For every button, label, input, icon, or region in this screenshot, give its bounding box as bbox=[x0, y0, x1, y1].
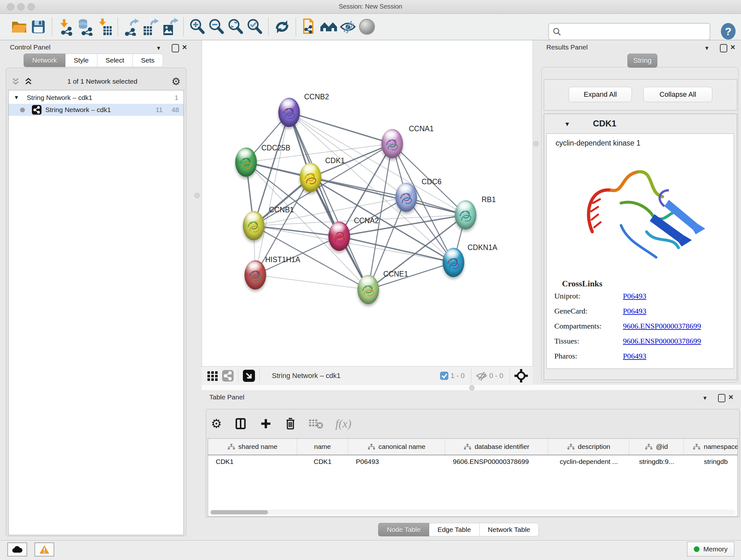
import-network-database-button[interactable] bbox=[75, 17, 94, 37]
node-CCNE1[interactable] bbox=[357, 275, 379, 304]
zoom-fit-button[interactable] bbox=[226, 17, 245, 37]
save-session-button[interactable] bbox=[29, 17, 48, 37]
zoom-out-button[interactable] bbox=[207, 17, 226, 37]
selected-checkbox-icon[interactable] bbox=[440, 371, 449, 380]
collapse-all-icon[interactable] bbox=[11, 77, 20, 86]
hide-panel-button[interactable] bbox=[338, 17, 357, 37]
right-splitter-handle[interactable] bbox=[533, 141, 539, 146]
table-settings-gear-icon[interactable]: ⚙ bbox=[211, 417, 222, 431]
document-share-icon bbox=[300, 18, 319, 36]
column-header-namespace[interactable]: namespace bbox=[684, 439, 738, 455]
column-header-shared-name[interactable]: shared name bbox=[208, 439, 297, 455]
tab-select[interactable]: Select bbox=[97, 54, 133, 67]
gene-collapse-arrow-icon[interactable]: ▼ bbox=[564, 121, 570, 128]
export-image-button[interactable] bbox=[160, 17, 179, 37]
help-button[interactable]: ? bbox=[721, 23, 736, 40]
scrollbar-thumb[interactable] bbox=[211, 510, 268, 514]
hidden-eye-icon[interactable] bbox=[476, 371, 487, 381]
tab-style[interactable]: Style bbox=[65, 54, 97, 67]
node-gloss bbox=[304, 165, 318, 174]
import-table-button[interactable] bbox=[94, 17, 114, 37]
horizontal-splitter[interactable] bbox=[202, 385, 741, 390]
node-RB1[interactable] bbox=[455, 200, 476, 230]
share-view-icon[interactable] bbox=[222, 370, 233, 381]
memory-button[interactable]: Memory bbox=[687, 542, 734, 557]
table-panel-maximize-icon[interactable] bbox=[718, 394, 725, 402]
node-CDKN1A[interactable] bbox=[443, 248, 464, 277]
share-network-file-button[interactable] bbox=[300, 17, 319, 37]
gear-icon[interactable]: ⚙ bbox=[172, 75, 181, 87]
node-CCNA2[interactable] bbox=[328, 222, 350, 251]
crosslink-value-link[interactable]: P06493 bbox=[623, 307, 646, 315]
search-input[interactable] bbox=[563, 25, 708, 38]
results-panel-close-icon[interactable]: ✕ bbox=[730, 44, 736, 51]
export-network-button[interactable] bbox=[122, 17, 141, 37]
collapse-all-button[interactable]: Collapse All bbox=[643, 87, 712, 102]
column-header-database-identifier[interactable]: database identifier bbox=[445, 439, 548, 455]
warning-status-button[interactable] bbox=[35, 543, 54, 557]
zoom-selected-button[interactable] bbox=[245, 17, 264, 37]
column-header-description[interactable]: description bbox=[548, 439, 629, 455]
toolbar-separator bbox=[118, 17, 118, 36]
tab-node-table[interactable]: Node Table bbox=[378, 523, 429, 537]
tab-network[interactable]: Network bbox=[23, 54, 65, 67]
export-table-button[interactable] bbox=[141, 17, 160, 37]
control-panel-maximize-icon[interactable] bbox=[172, 44, 179, 52]
column-label: name bbox=[314, 443, 331, 450]
control-panel-close-icon[interactable]: ✕ bbox=[182, 44, 187, 51]
eye-button[interactable] bbox=[357, 17, 377, 37]
node-CCNB1[interactable] bbox=[243, 211, 265, 240]
expand-all-icon[interactable] bbox=[23, 77, 33, 86]
birdseye-view-icon[interactable] bbox=[243, 370, 255, 382]
left-splitter-handle[interactable] bbox=[194, 193, 200, 198]
open-session-button[interactable] bbox=[10, 17, 29, 37]
tab-network-table[interactable]: Network Table bbox=[480, 523, 539, 537]
delete-column-trash-icon[interactable] bbox=[284, 417, 296, 431]
node-HIST1H1A[interactable] bbox=[245, 260, 266, 290]
node-CCNB2[interactable] bbox=[278, 98, 300, 127]
zoom-in-button[interactable] bbox=[188, 17, 207, 37]
tab-string[interactable]: String bbox=[627, 54, 657, 68]
network-row-selected[interactable]: String Network – cdk1 11 48 bbox=[9, 104, 184, 116]
import-network-file-button[interactable] bbox=[56, 17, 75, 37]
create-column-plus-icon[interactable] bbox=[259, 417, 272, 430]
results-panel-maximize-icon[interactable] bbox=[720, 44, 727, 52]
fit-content-icon[interactable] bbox=[515, 369, 528, 382]
column-header-name[interactable]: name bbox=[297, 439, 348, 455]
crosslink-row-compartments-: Compartments:9606.ENSP00000378699 bbox=[547, 319, 734, 334]
tab-sets[interactable]: Sets bbox=[133, 54, 163, 67]
node-CDC25B[interactable] bbox=[235, 147, 257, 177]
delete-table-icon[interactable] bbox=[309, 418, 323, 429]
node-CDK1[interactable] bbox=[300, 163, 321, 192]
column-header-canonical-name[interactable]: canonical name bbox=[348, 439, 445, 455]
node-CDC6[interactable] bbox=[395, 183, 417, 212]
expand-all-button[interactable]: Expand All bbox=[569, 87, 632, 102]
tab-edge-table[interactable]: Edge Table bbox=[429, 523, 480, 537]
results-panel-float-icon[interactable]: ▾ bbox=[705, 44, 709, 52]
network-canvas[interactable]: CCNB2CCNA1CDC25BCDK1CDC6RB1CCNB1CCNA2CDK… bbox=[202, 40, 533, 366]
import-network-icon bbox=[57, 18, 75, 36]
grid-view-icon[interactable] bbox=[207, 370, 218, 381]
column-label: @id bbox=[656, 443, 668, 450]
crosslink-value-link[interactable]: 9606.ENSP00000378699 bbox=[623, 337, 701, 346]
crosslink-value-link[interactable]: 9606.ENSP00000378699 bbox=[623, 322, 701, 330]
network-selection-status: 1 of 1 Network selected bbox=[33, 78, 172, 85]
column-header--id[interactable]: @id bbox=[629, 439, 684, 455]
crosslink-value-link[interactable]: P06493 bbox=[623, 352, 646, 361]
apply-layout-button[interactable] bbox=[273, 17, 292, 37]
cloud-status-button[interactable] bbox=[7, 543, 27, 557]
crosslink-value-link[interactable]: P06493 bbox=[623, 292, 646, 300]
horizontal-splitter-handle[interactable] bbox=[469, 385, 475, 390]
function-builder-icon[interactable]: f(x) bbox=[335, 417, 351, 430]
table-panel-close-icon[interactable]: ✕ bbox=[728, 393, 734, 401]
network-collection-row[interactable]: ▼ String Network – cdk1 1 bbox=[9, 91, 184, 104]
table-row[interactable]: CDK1CDK1P064939606.ENSP00000378699cyclin… bbox=[208, 455, 738, 468]
control-panel-float-icon[interactable]: ▾ bbox=[157, 44, 160, 52]
show-columns-icon[interactable] bbox=[234, 417, 247, 431]
collapse-arrow-icon[interactable]: ▼ bbox=[14, 95, 19, 101]
column-network-icon bbox=[567, 444, 575, 450]
node-CCNA1[interactable] bbox=[381, 129, 403, 159]
home-databases-button[interactable] bbox=[319, 17, 338, 37]
table-horizontal-scrollbar[interactable] bbox=[209, 509, 736, 515]
table-panel-float-icon[interactable]: ▾ bbox=[703, 394, 706, 401]
